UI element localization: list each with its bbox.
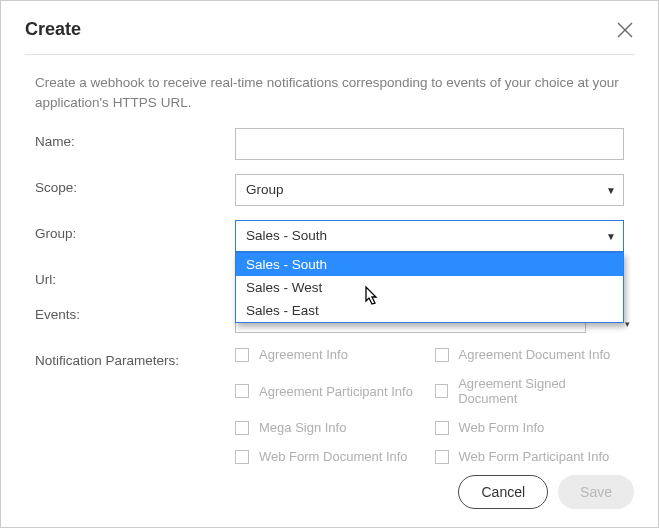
group-option-south[interactable]: Sales - South (236, 253, 623, 276)
checkbox-icon (435, 384, 449, 398)
close-icon[interactable] (616, 21, 634, 39)
checkbox-icon (235, 348, 249, 362)
group-dropdown: Sales - South Sales - West Sales - East (235, 252, 624, 323)
checkbox-icon (435, 421, 449, 435)
cancel-button[interactable]: Cancel (458, 475, 548, 509)
scope-select[interactable]: Group (235, 174, 624, 206)
name-label: Name: (35, 128, 235, 149)
param-mega-sign-info[interactable]: Mega Sign Info (235, 420, 425, 435)
notification-params-grid: Agreement Info Agreement Document Info A… (235, 347, 624, 464)
checkbox-icon (435, 450, 449, 464)
param-label: Web Form Participant Info (459, 449, 610, 464)
dialog-footer: Cancel Save (458, 475, 634, 509)
param-label: Web Form Document Info (259, 449, 408, 464)
param-label: Agreement Participant Info (259, 384, 413, 399)
dialog-description: Create a webhook to receive real-time no… (35, 73, 624, 112)
checkbox-icon (235, 421, 249, 435)
name-input[interactable] (235, 128, 624, 160)
create-webhook-dialog: Create Create a webhook to receive real-… (0, 0, 659, 528)
group-option-east[interactable]: Sales - East (236, 299, 623, 322)
checkbox-icon (435, 348, 449, 362)
param-web-form-participant-info[interactable]: Web Form Participant Info (435, 449, 625, 464)
param-web-form-info[interactable]: Web Form Info (435, 420, 625, 435)
dialog-title: Create (25, 19, 81, 40)
param-agreement-participant-info[interactable]: Agreement Participant Info (235, 376, 425, 406)
events-label: Events: (35, 301, 235, 322)
checkbox-icon (235, 384, 249, 398)
param-label: Web Form Info (459, 420, 545, 435)
save-button: Save (558, 475, 634, 509)
param-label: Agreement Info (259, 347, 348, 362)
checkbox-icon (235, 450, 249, 464)
param-agreement-document-info[interactable]: Agreement Document Info (435, 347, 625, 362)
param-agreement-info[interactable]: Agreement Info (235, 347, 425, 362)
group-option-west[interactable]: Sales - West (236, 276, 623, 299)
param-agreement-signed-document[interactable]: Agreement Signed Document (435, 376, 625, 406)
params-label: Notification Parameters: (35, 347, 235, 368)
group-select[interactable]: Sales - South (235, 220, 624, 252)
param-label: Agreement Signed Document (458, 376, 624, 406)
url-label: Url: (35, 266, 235, 287)
param-web-form-document-info[interactable]: Web Form Document Info (235, 449, 425, 464)
group-label: Group: (35, 220, 235, 241)
param-label: Mega Sign Info (259, 420, 346, 435)
scope-label: Scope: (35, 174, 235, 195)
dialog-header: Create (25, 19, 634, 55)
param-label: Agreement Document Info (459, 347, 611, 362)
